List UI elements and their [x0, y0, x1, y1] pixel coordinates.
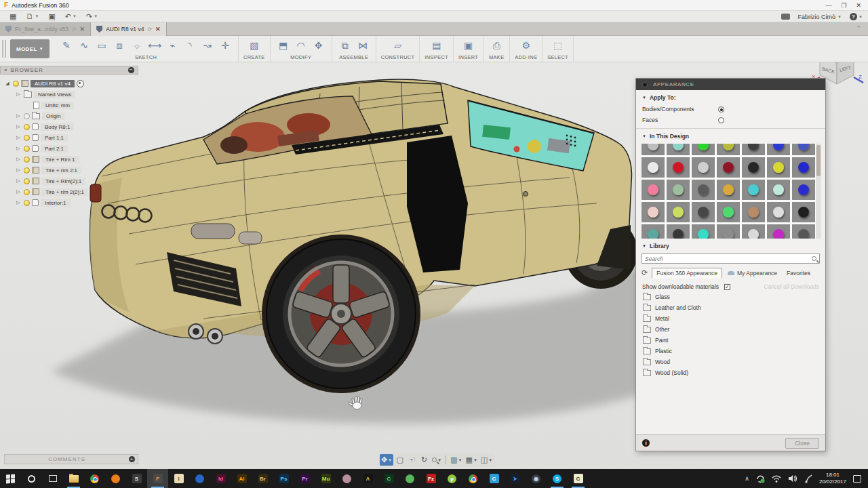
tab-close-icon[interactable]: ✕	[155, 26, 161, 33]
redo-icon[interactable]: ↷▼	[86, 12, 98, 21]
appearance-swatch-16[interactable]	[692, 180, 715, 200]
appearance-swatch-22[interactable]	[667, 202, 690, 222]
tree-expand-icon[interactable]: ◢	[4, 81, 11, 86]
browser-item-part-2-1[interactable]: ▷Part 2:1	[0, 143, 138, 154]
tree-expand-icon[interactable]: ▷	[15, 135, 22, 140]
appearance-swatch-9[interactable]	[692, 157, 715, 178]
close-dialog-button[interactable]: Close	[785, 438, 819, 449]
tab-my-appearance[interactable]: My Appearance	[724, 268, 781, 278]
tree-expand-icon[interactable]: ▷	[15, 92, 22, 97]
toolbar-group-label[interactable]: CREATE	[243, 54, 265, 60]
toolbar-group-label[interactable]: CONSTRUCT	[381, 54, 415, 60]
viewports-icon[interactable]: ◫▼	[479, 454, 494, 466]
browser-item-interior-1[interactable]: ▷Interior:1	[0, 197, 138, 208]
browser-item-tire-rim-2-2-1[interactable]: ▷Tire + rim 2(2):1	[0, 186, 138, 197]
library-section-header[interactable]: ▼ Library	[636, 239, 825, 252]
appearance-swatch-18[interactable]	[742, 180, 765, 200]
category-wood-solid-[interactable]: Wood (Solid)	[636, 367, 825, 378]
taskbar-start[interactable]	[0, 469, 21, 488]
refresh-icon[interactable]: ⟳	[642, 268, 648, 277]
toolbar-group-label[interactable]: INSERT	[458, 54, 478, 60]
appearance-swatch-24[interactable]	[717, 202, 740, 222]
toolbar-group-label[interactable]: MODIFY	[290, 54, 311, 60]
category-leather-and-cloth[interactable]: Leather and Cloth	[636, 302, 825, 313]
appearance-swatch-15[interactable]	[667, 180, 690, 200]
save-icon[interactable]: ▣	[48, 12, 55, 21]
minimize-panel-icon[interactable]: −	[128, 67, 134, 73]
model-viewport[interactable]: « BROWSER − ◢AUDI R8 v1 v4▷Named ViewsUn…	[0, 62, 868, 469]
shell-icon[interactable]: ◠	[293, 37, 309, 54]
display-settings-icon[interactable]: ▥▼	[449, 454, 463, 466]
visibility-bulb-icon[interactable]	[24, 200, 30, 206]
tree-item-label[interactable]: Tire + Rim(2):1	[41, 178, 85, 185]
help-menu[interactable]: ? ▼	[850, 13, 863, 20]
doc-tab-1[interactable]: Fc_8ae_a...mbly v53 ⟳ ✕	[0, 22, 91, 36]
tree-expand-icon[interactable]: ▷	[15, 167, 22, 173]
info-icon[interactable]: i	[642, 439, 650, 447]
category-metal[interactable]: Metal	[636, 313, 825, 324]
taskbar-arrow-app[interactable]: ➤	[505, 469, 526, 488]
activate-component-icon[interactable]	[77, 80, 84, 87]
comments-bar[interactable]: COMMENTS +	[4, 454, 138, 464]
pen-tablet-icon[interactable]	[804, 474, 812, 483]
new-body-icon[interactable]: ▧	[246, 37, 262, 54]
category-wood[interactable]: Wood	[636, 357, 825, 367]
create-sketch-icon[interactable]: ✎	[58, 37, 75, 54]
taskbar-blender[interactable]	[105, 469, 126, 488]
taskbar-indesign[interactable]: Id	[210, 469, 231, 488]
control-point-spline-icon[interactable]: ↝	[199, 37, 216, 54]
tree-item-label[interactable]: Named Views	[34, 91, 75, 98]
browser-item-part-1-1[interactable]: ▷Part 1:1	[0, 132, 138, 143]
toolbar-group-label[interactable]: SELECT	[547, 54, 568, 60]
move-icon[interactable]: ✥	[311, 37, 327, 54]
visibility-bulb-icon[interactable]	[24, 178, 30, 184]
tree-expand-icon[interactable]: ▷	[15, 146, 22, 151]
appearance-swatch-32[interactable]	[742, 224, 765, 239]
search-input[interactable]	[645, 256, 812, 262]
tree-item-label[interactable]: Body R8:1	[41, 123, 74, 131]
close-button[interactable]: ✕	[856, 2, 861, 9]
scripts-add-ins-icon[interactable]: ⚙	[518, 37, 534, 54]
visibility-bulb-icon[interactable]	[24, 146, 30, 152]
3d-print-icon[interactable]: ⎙	[488, 37, 505, 54]
apply-to-option-faces[interactable]: Faces	[636, 115, 825, 125]
taskbar-bridge[interactable]: Br	[252, 469, 273, 488]
tree-item-label[interactable]: Tire + Rim 1	[41, 156, 79, 163]
appearance-swatch-33[interactable]	[767, 224, 790, 239]
taskbar-green-pill-app[interactable]	[399, 469, 420, 488]
zoom-tool-icon[interactable]: ▼	[431, 454, 443, 466]
maximize-button[interactable]: ❐	[841, 2, 846, 9]
appearance-swatch-31[interactable]	[717, 224, 740, 239]
browser-item-tire-rim-2-1[interactable]: ▷Tire + Rim(2):1	[0, 176, 138, 186]
library-search[interactable]	[642, 253, 820, 264]
appearance-swatch-3[interactable]	[717, 144, 740, 155]
category-plastic[interactable]: Plastic	[636, 346, 825, 357]
visibility-bulb-icon[interactable]	[24, 113, 30, 119]
toolbar-group-label[interactable]: MAKE	[489, 54, 504, 60]
point-icon[interactable]: ✛	[217, 37, 233, 54]
appearance-dialog-header[interactable]: APPEARANCE	[636, 79, 825, 90]
appearance-swatch-13[interactable]	[792, 157, 815, 178]
collapse-panel-icon[interactable]: «	[4, 67, 7, 73]
apply-to-option-bodies[interactable]: Bodies/Components	[636, 104, 825, 115]
appearance-swatch-30[interactable]	[692, 224, 715, 239]
appearance-swatch-26[interactable]	[767, 202, 790, 222]
appearance-swatch-34[interactable]	[792, 224, 815, 239]
tab-close-icon[interactable]: ✕	[80, 26, 85, 33]
construction-line-icon[interactable]: ⌁	[164, 37, 180, 54]
category-other[interactable]: Other	[636, 324, 825, 335]
select-icon[interactable]: ⬚	[550, 37, 566, 54]
update-sync-icon[interactable]	[756, 474, 765, 483]
taskbar-task-view[interactable]	[42, 469, 63, 488]
appearance-swatch-20[interactable]	[792, 180, 815, 200]
category-paint[interactable]: Paint	[636, 335, 825, 346]
action-center-icon[interactable]	[853, 475, 861, 483]
user-account-menu[interactable]: Fabrizio Cimò ▼	[798, 14, 842, 20]
taskbar-utorrent[interactable]: µ	[441, 469, 462, 488]
tab-fusion-appearance[interactable]: Fusion 360 Appearance	[652, 268, 722, 279]
tree-item-label[interactable]: Tire + rim 2:1	[41, 167, 81, 174]
tree-item-label[interactable]: AUDI R8 v1 v4	[31, 80, 75, 87]
appearance-swatch-0[interactable]	[642, 144, 665, 155]
apply-to-section-header[interactable]: ▼ Apply To:	[636, 90, 825, 104]
spline-icon[interactable]: ∿	[76, 37, 92, 54]
